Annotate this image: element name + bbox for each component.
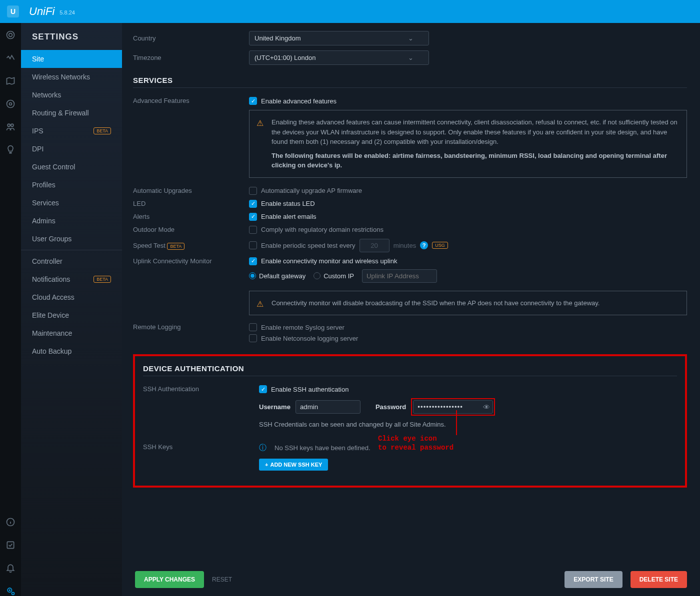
advanced-warning: ⚠ Enabling these advanced features can c… (249, 110, 687, 178)
led-checkbox[interactable]: ✓ (249, 200, 257, 208)
sidebar-item-controller[interactable]: Controller (21, 252, 122, 270)
outdoor-label: Outdoor Mode (133, 226, 249, 233)
version: 5.8.24 (60, 9, 75, 15)
speed-label: Speed Test BETA (133, 242, 249, 249)
auth-heading: DEVICE AUTHENTICATION (143, 364, 677, 376)
sidebar-item-ips[interactable]: IPSBETA (21, 122, 122, 140)
brand: UniFi (29, 5, 54, 18)
svg-point-0 (7, 31, 14, 39)
svg-point-4 (8, 124, 10, 126)
netconsole-checkbox[interactable] (249, 334, 257, 342)
insights-icon[interactable] (6, 145, 16, 155)
sidebar-item-user-groups[interactable]: User Groups (21, 230, 122, 248)
sidebar-item-dpi[interactable]: DPI (21, 140, 122, 158)
svg-point-3 (10, 103, 12, 105)
beta-badge: BETA (167, 243, 184, 250)
advanced-checkbox[interactable]: ✓ (249, 97, 257, 105)
sidebar-item-cloud-access[interactable]: Cloud Access (21, 288, 122, 306)
outdoor-checkbox[interactable] (249, 226, 257, 234)
uplink-warning: ⚠ Connectivity monitor will disable broa… (249, 291, 687, 316)
password-input[interactable] (413, 400, 493, 414)
auto-upgrade-checkbox[interactable] (249, 187, 257, 195)
sidebar-item-networks[interactable]: Networks (21, 86, 122, 104)
services-heading: SERVICES (133, 76, 687, 88)
syslog-checkbox[interactable] (249, 323, 257, 331)
stats-icon[interactable] (6, 53, 16, 63)
settings-sidebar: SETTINGS SiteWireless NetworksNetworksRo… (21, 23, 122, 596)
password-label: Password (376, 403, 406, 411)
sidebar-item-auto-backup[interactable]: Auto Backup (21, 342, 122, 360)
nav-divider (21, 250, 122, 250)
timezone-label: Timezone (133, 54, 249, 61)
svg-point-10 (12, 593, 14, 595)
bell-icon[interactable] (6, 563, 16, 573)
reset-button[interactable]: RESET (212, 576, 232, 583)
usg-badge: USG (432, 242, 448, 249)
sidebar-item-site[interactable]: Site (21, 50, 122, 68)
sidebar-item-routing-firewall[interactable]: Routing & Firewall (21, 104, 122, 122)
customip-radio[interactable] (314, 272, 320, 279)
sidebar-item-elite-device[interactable]: Elite Device (21, 306, 122, 324)
u-logo-icon[interactable]: U (7, 5, 19, 17)
svg-point-2 (7, 100, 14, 108)
gateway-radio[interactable] (249, 272, 256, 279)
eye-icon[interactable]: 👁 (483, 403, 490, 411)
settings-gear-icon[interactable] (6, 586, 16, 596)
username-input[interactable] (296, 400, 360, 414)
ssh-label: SSH Authentication (143, 385, 259, 393)
export-button[interactable]: EXPORT SITE (564, 571, 622, 588)
check-icon[interactable] (6, 540, 16, 550)
icon-rail (0, 23, 21, 596)
led-label: LED (133, 200, 249, 207)
ssh-note: SSH Credentials can be seen and changed … (259, 421, 677, 428)
help-icon[interactable]: ? (420, 241, 428, 249)
apply-button[interactable]: APPLY CHANGES (135, 571, 204, 588)
info-circle-icon: ⓘ (259, 443, 266, 453)
uplink-checkbox[interactable]: ✓ (249, 257, 257, 265)
info-icon[interactable] (6, 517, 16, 527)
dashboard-icon[interactable] (6, 30, 16, 40)
auto-upgrade-label: Automatic Upgrades (133, 187, 249, 194)
sidebar-item-profiles[interactable]: Profiles (21, 176, 122, 194)
uplink-ip-input[interactable] (362, 269, 437, 283)
sidebar-item-maintenance[interactable]: Maintenance (21, 324, 122, 342)
annotation-text: Click eye iconto reveal password (378, 434, 454, 452)
sidebar-item-services[interactable]: Services (21, 194, 122, 212)
alerts-label: Alerts (133, 213, 249, 220)
chevron-down-icon: ⌄ (408, 34, 414, 42)
beta-badge: BETA (94, 127, 111, 134)
beta-badge: BETA (94, 276, 111, 283)
chevron-down-icon: ⌄ (408, 54, 414, 61)
map-icon[interactable] (6, 76, 16, 86)
sidebar-item-wireless-networks[interactable]: Wireless Networks (21, 68, 122, 86)
add-ssh-key-button[interactable]: +ADD NEW SSH KEY (259, 459, 328, 471)
warning-icon: ⚠ (256, 298, 264, 310)
speed-interval-input[interactable] (360, 239, 390, 252)
footer-bar: APPLY CHANGES RESET EXPORT SITE DELETE S… (122, 563, 700, 596)
clients-icon[interactable] (6, 122, 16, 132)
country-label: Country (133, 34, 249, 42)
svg-point-1 (9, 33, 12, 37)
annotation-highlight: DEVICE AUTHENTICATION SSH Authentication… (133, 354, 687, 488)
sshkeys-label: SSH Keys (143, 443, 259, 451)
plus-icon: + (265, 462, 268, 468)
sidebar-item-admins[interactable]: Admins (21, 212, 122, 230)
svg-rect-7 (7, 542, 14, 548)
speed-checkbox[interactable] (249, 241, 257, 249)
timezone-select[interactable]: (UTC+01:00) London⌄ (249, 50, 429, 65)
remote-label: Remote Logging (133, 323, 249, 331)
ssh-checkbox[interactable]: ✓ (259, 385, 267, 393)
advanced-label: Advanced Features (133, 97, 249, 104)
country-select[interactable]: United Kingdom⌄ (249, 31, 429, 45)
svg-point-5 (11, 124, 14, 126)
devices-icon[interactable] (6, 99, 16, 109)
alerts-checkbox[interactable]: ✓ (249, 213, 257, 221)
delete-button[interactable]: DELETE SITE (630, 571, 687, 588)
uplink-label: Uplink Connectivity Monitor (133, 257, 249, 265)
warning-icon: ⚠ (256, 117, 264, 129)
sidebar-item-notifications[interactable]: NotificationsBETA (21, 270, 122, 288)
sidebar-item-guest-control[interactable]: Guest Control (21, 158, 122, 176)
svg-point-9 (10, 590, 10, 591)
nav-list: SiteWireless NetworksNetworksRouting & F… (21, 50, 122, 360)
settings-title: SETTINGS (21, 32, 122, 50)
